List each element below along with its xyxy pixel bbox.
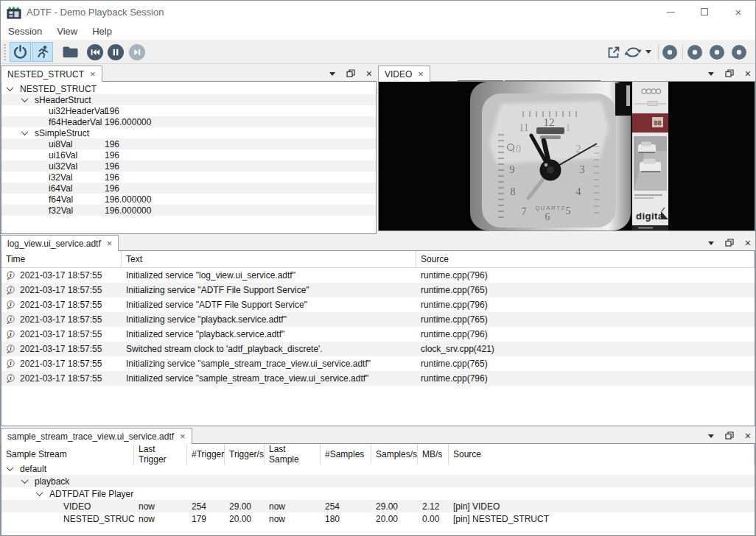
tab-close-icon[interactable]: × <box>418 69 424 79</box>
marker-button-3[interactable] <box>708 42 726 62</box>
panel-close-icon[interactable]: × <box>366 68 372 79</box>
column-header[interactable]: Text <box>122 251 416 267</box>
tab-close-icon[interactable]: × <box>107 239 113 248</box>
chevron-down-icon[interactable] <box>21 476 29 484</box>
trace-table: Sample StreamLast Trigger#TriggerTrigger… <box>1 443 755 536</box>
tree-row[interactable]: f64Val196.000000 <box>1 194 376 205</box>
column-header[interactable]: Samples/s <box>371 444 418 465</box>
column-header[interactable]: MB/s <box>418 444 449 465</box>
log-row[interactable]: i2021-03-17 18:57:55Initializing service… <box>1 283 755 297</box>
trace-cell <box>265 462 321 475</box>
tab-trace-view[interactable]: sample_stream_trace_view.ui_service.adtf… <box>1 428 192 444</box>
panel-menu-icon[interactable] <box>329 72 335 76</box>
loop-button[interactable] <box>623 42 643 62</box>
trace-cell: 29.00 <box>371 500 418 512</box>
init-session-button[interactable] <box>10 42 31 62</box>
close-icon: × <box>735 7 742 18</box>
info-icon: i <box>6 345 15 354</box>
log-row[interactable]: i2021-03-17 18:57:55Initializing service… <box>1 356 755 371</box>
tab-nested-struct[interactable]: NESTED_STRUCT × <box>1 66 102 82</box>
log-row[interactable]: i2021-03-17 18:57:55Initialized service … <box>1 371 755 386</box>
jump-to-start-button[interactable] <box>84 42 105 62</box>
adtf-window: ADTF - Demo Playback Session × Session V… <box>0 0 756 536</box>
marker-button-1[interactable] <box>661 42 679 62</box>
log-row[interactable]: i2021-03-17 18:57:55Initializing service… <box>1 312 755 327</box>
panel-float-icon[interactable] <box>725 69 734 78</box>
chevron-down-icon[interactable] <box>21 95 29 102</box>
run-session-button[interactable] <box>32 42 53 62</box>
trace-row[interactable]: ADTFDAT File Player <box>1 487 755 500</box>
panel-menu-icon[interactable] <box>708 241 714 245</box>
column-header[interactable]: Last Sample <box>265 444 321 465</box>
log-row[interactable]: i2021-03-17 18:57:55Initialized service … <box>1 297 755 312</box>
tree-row[interactable]: ui32Val196 <box>1 161 376 172</box>
maximize-icon <box>701 8 708 15</box>
chevron-down-icon[interactable] <box>7 84 14 91</box>
tab-close-icon[interactable]: × <box>90 69 96 79</box>
panel-float-icon[interactable] <box>725 431 734 440</box>
log-row[interactable]: i2021-03-17 18:57:55Switched stream cloc… <box>1 342 755 356</box>
panel-close-icon[interactable]: × <box>745 431 751 441</box>
log-row[interactable]: i2021-03-17 18:57:55Initialized service … <box>1 327 755 342</box>
tree-row[interactable]: NESTED_STRUCT <box>1 83 376 94</box>
log-row[interactable]: i2021-03-17 18:57:55Initialized service … <box>1 268 755 283</box>
tree-row[interactable]: i32Val196 <box>1 172 376 183</box>
panel-menu-icon[interactable] <box>708 434 714 438</box>
brochure-card-image: 88 digita <box>632 82 668 230</box>
tree-item-label: f64HeaderVal <box>49 117 102 127</box>
maximize-button[interactable] <box>687 1 721 23</box>
marker-button-2[interactable] <box>686 42 704 62</box>
loop-dropdown-button[interactable] <box>643 42 654 62</box>
menu-help[interactable]: Help <box>85 24 119 38</box>
chevron-down-icon[interactable] <box>21 128 29 135</box>
marker-icon <box>731 44 747 60</box>
tree-row[interactable]: ui8Val196 <box>1 138 376 149</box>
column-header[interactable]: Time <box>1 251 122 267</box>
tree-item-label: sHeaderStruct <box>35 95 91 105</box>
panel-menu-icon[interactable] <box>708 72 714 76</box>
column-header[interactable]: Sample Stream <box>1 444 134 465</box>
detach-button[interactable] <box>603 42 624 62</box>
trace-row[interactable]: playback <box>1 475 755 487</box>
menu-bar: Session View Help <box>1 23 755 40</box>
column-header[interactable]: Trigger/s <box>225 444 265 465</box>
tree-row[interactable]: f32Val196.000000 <box>1 205 376 216</box>
column-header[interactable]: Source <box>416 251 755 267</box>
trace-row[interactable]: default <box>1 462 755 475</box>
menu-session[interactable]: Session <box>1 24 49 38</box>
step-forward-button[interactable] <box>126 42 147 62</box>
tree-row[interactable]: sSimpleStruct <box>1 127 376 138</box>
pause-button[interactable] <box>105 42 126 62</box>
panel-float-icon[interactable] <box>725 239 734 247</box>
marker-button-4[interactable] <box>730 42 748 62</box>
tree-row[interactable]: sHeaderStruct <box>1 94 376 105</box>
column-header[interactable]: Source <box>449 444 755 465</box>
minimize-button[interactable] <box>654 1 687 23</box>
tree-row[interactable]: ui32HeaderVal196 <box>1 105 376 116</box>
chevron-down-icon[interactable] <box>7 464 14 471</box>
tab-close-icon[interactable]: × <box>180 431 186 441</box>
menu-view[interactable]: View <box>49 24 85 38</box>
toolbar-grip[interactable] <box>4 44 6 60</box>
tree-row[interactable]: f64HeaderVal196.000000 <box>1 116 376 127</box>
panel-close-icon[interactable]: × <box>745 68 751 79</box>
log-text-cell: Initialized service "ADTF File Support S… <box>122 297 416 312</box>
trace-row[interactable]: NESTED_STRUCTnow17920.00now18020.000.00[… <box>1 512 755 525</box>
open-file-button[interactable] <box>60 42 81 62</box>
column-header[interactable]: Last Trigger <box>134 444 187 465</box>
chevron-down-icon[interactable] <box>36 489 43 496</box>
tab-video[interactable]: VIDEO × <box>378 66 430 82</box>
title-bar[interactable]: ADTF - Demo Playback Session × <box>1 1 755 23</box>
column-header[interactable]: #Trigger <box>187 444 225 465</box>
log-time-cell: i2021-03-17 18:57:55 <box>1 327 122 342</box>
column-header[interactable]: #Samples <box>321 444 371 465</box>
tab-log-view[interactable]: log_view.ui_service.adtf × <box>1 235 119 251</box>
panel-close-icon[interactable]: × <box>745 238 751 248</box>
tree-row[interactable]: ui16Val196 <box>1 149 376 161</box>
pause-icon <box>107 43 125 61</box>
panel-float-icon[interactable] <box>346 69 355 78</box>
tree-row[interactable]: i64Val196 <box>1 183 376 194</box>
close-button[interactable]: × <box>721 1 755 23</box>
log-time: 2021-03-17 18:57:55 <box>20 314 102 325</box>
trace-row[interactable]: VIDEOnow25429.00now25429.002.12[pin] VID… <box>1 500 755 512</box>
